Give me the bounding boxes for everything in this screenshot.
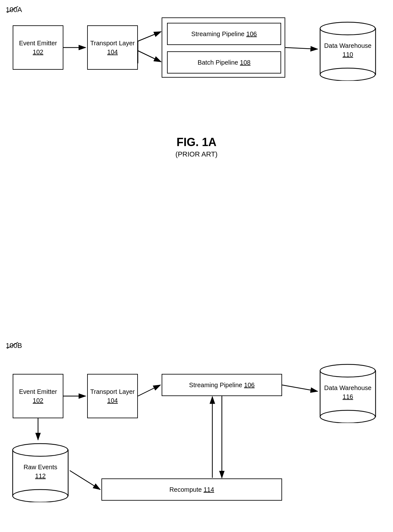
transport-layer-id-1a: 104 xyxy=(107,48,118,56)
recompute-label: Recompute 114 xyxy=(169,485,214,494)
event-emitter-label-1a: Event Emitter xyxy=(19,39,57,48)
transport-layer-label-1b: Transport Layer xyxy=(90,387,135,396)
streaming-pipeline-label-1b: Streaming Pipeline 106 xyxy=(189,381,255,389)
tick-100a xyxy=(4,5,23,14)
transport-layer-id-1b: 104 xyxy=(107,396,118,405)
svg-point-15 xyxy=(13,490,68,502)
raw-events-label: Raw Events112 xyxy=(11,463,70,480)
data-warehouse-label-1a: Data Warehouse110 xyxy=(319,41,377,59)
tick-100b xyxy=(4,341,23,350)
event-emitter-id-1a: 102 xyxy=(33,48,43,56)
event-emitter-label-1b: Event Emitter xyxy=(19,387,57,396)
batch-pipeline-label: Batch Pipeline 108 xyxy=(198,58,251,67)
streaming-pipeline-box-1b: Streaming Pipeline 106 xyxy=(162,374,282,396)
recompute-box: Recompute 114 xyxy=(101,478,282,501)
event-emitter-box-1b: Event Emitter 102 xyxy=(13,374,63,418)
svg-point-12 xyxy=(320,410,375,423)
event-emitter-box-1a: Event Emitter 102 xyxy=(13,25,63,70)
data-warehouse-cylinder-1b: Data Warehouse116 xyxy=(319,361,377,423)
svg-point-13 xyxy=(320,364,375,377)
svg-point-2 xyxy=(320,68,375,81)
data-warehouse-label-1b: Data Warehouse116 xyxy=(319,383,377,401)
data-warehouse-cylinder-1a: Data Warehouse110 xyxy=(319,19,377,81)
batch-pipeline-box: Batch Pipeline 108 xyxy=(167,51,281,74)
svg-point-16 xyxy=(13,444,68,456)
fig1a-label-container: FIG. 1A (PRIOR ART) xyxy=(0,132,393,158)
pipelines-group-box: Streaming Pipeline 106 Batch Pipeline 10… xyxy=(162,17,285,78)
svg-line-10 xyxy=(7,342,18,349)
svg-line-7 xyxy=(138,51,161,62)
transport-layer-box-1a: Transport Layer 104 xyxy=(87,25,138,70)
fig1a-subtitle: (PRIOR ART) xyxy=(0,150,393,158)
transport-layer-label-1a: Transport Layer xyxy=(90,39,135,48)
svg-line-23 xyxy=(70,471,100,490)
streaming-pipeline-box-1a: Streaming Pipeline 106 xyxy=(167,23,281,45)
svg-line-20 xyxy=(138,385,160,396)
svg-line-6 xyxy=(138,32,161,41)
event-emitter-id-1b: 102 xyxy=(33,396,43,405)
svg-line-9 xyxy=(285,48,318,49)
svg-line-0 xyxy=(7,6,18,13)
fig1a-title: FIG. 1A xyxy=(0,136,393,149)
svg-line-21 xyxy=(282,385,318,391)
streaming-pipeline-label-1a: Streaming Pipeline 106 xyxy=(191,29,257,38)
svg-point-3 xyxy=(320,22,375,35)
transport-layer-box-1b: Transport Layer 104 xyxy=(87,374,138,418)
raw-events-cylinder: Raw Events112 xyxy=(11,440,70,502)
